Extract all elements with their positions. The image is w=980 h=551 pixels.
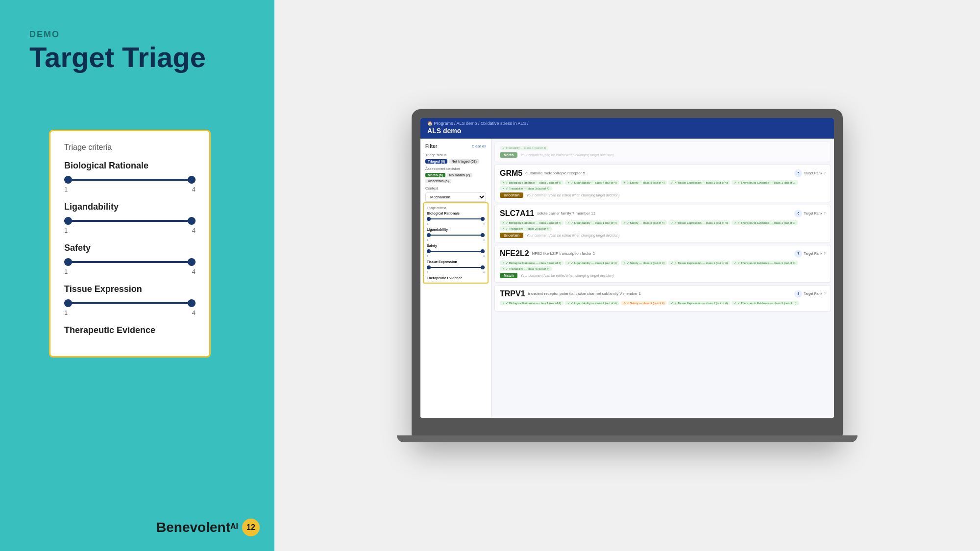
nfe2l2-badge-lig: ✓ Ligandability — class 1 (out of 4) (565, 261, 619, 265)
ligandability-max: 4 (192, 227, 196, 234)
biological-min: 1 (64, 186, 68, 193)
tc-ligandability: Ligandability 14 (427, 228, 485, 241)
brand-ai: AI (230, 522, 238, 530)
criteria-therapeutic-label: Therapeutic Evidence (64, 325, 196, 335)
trpv1-badge-saf: ⚠ Safety — class 3 (out of 4) (621, 301, 667, 305)
tc-safety-thumb-r[interactable] (481, 249, 485, 253)
right-panel: 🏠 Programs / ALS demo / Oxidative stress… (274, 0, 980, 551)
nfe2l2-rank: 7 Target Rank ? (794, 250, 826, 258)
breadcrumb: 🏠 Programs / ALS demo / Oxidative stress… (427, 121, 827, 126)
ligandability-thumb-right[interactable] (188, 217, 196, 225)
biological-slider[interactable] (64, 175, 196, 185)
biological-thumb-right[interactable] (188, 176, 196, 184)
tc-biological-thumb-l[interactable] (427, 217, 431, 221)
tc-ligandability-thumb-l[interactable] (427, 233, 431, 237)
slc7a11-comment-row: Uncertain Your comment (can be edited wh… (500, 233, 826, 238)
assessment-label: Assessment decision (425, 167, 486, 171)
trpv1-gene: TRPV1 (500, 289, 525, 298)
ligandability-slider[interactable] (64, 216, 196, 226)
safety-thumb-right[interactable] (188, 258, 196, 266)
context-dropdown[interactable]: Mechanism (425, 192, 486, 202)
slc7a11-rank-num: 6 (794, 210, 802, 217)
slc7a11-gene: SLC7A11 (500, 209, 534, 218)
uncertain-tag[interactable]: Uncertain (5) (425, 179, 451, 183)
slc7a11-uncertain-btn[interactable]: Uncertain (500, 233, 523, 238)
biological-track (64, 179, 196, 181)
tissue-max: 4 (192, 309, 196, 316)
tc-therapeutic-label: Therapeutic Evidence (427, 276, 485, 280)
nfe2l2-help-icon[interactable]: ? (824, 252, 826, 255)
tissue-thumb-right[interactable] (188, 299, 196, 307)
nfe2l2-match-btn[interactable]: Match (500, 273, 517, 278)
tc-safety-slider[interactable] (427, 248, 485, 254)
tractability-match-btn[interactable]: Match (500, 152, 517, 158)
slc7a11-badge-tra: ✓ Tractability — class 2 (out of 4) (500, 226, 552, 231)
match-tag[interactable]: Match (6) (425, 173, 445, 177)
trpv1-help-icon[interactable]: ? (824, 292, 826, 295)
tc-tissue-track (427, 267, 485, 268)
grm5-help-icon[interactable]: ? (824, 171, 826, 175)
tc-biological-track (427, 218, 485, 219)
tc-ligandability-thumb-r[interactable] (481, 233, 485, 237)
trpv1-badge-tis: ✓ Tissue Expression — class 1 (out of 4) (668, 301, 730, 305)
grm5-rank: 5 Target Rank ? (794, 169, 826, 177)
safety-slider[interactable] (64, 257, 196, 267)
tc-tissue-thumb-r[interactable] (481, 265, 485, 269)
biological-labels: 1 4 (64, 186, 196, 193)
trpv1-rank: 8 Target Rank ? (794, 290, 826, 298)
nfe2l2-badge-the: ✓ Therapeutic Evidence — class 1 (out of… (732, 261, 798, 265)
grm5-comment: Your comment (can be edited when changin… (526, 193, 619, 197)
nfe2l2-gene: NFE2L2 (500, 249, 529, 258)
grm5-badge-the: ✓ Therapeutic Evidence — class 1 (out of… (732, 180, 798, 185)
brand-name: BenevolentAI (156, 520, 238, 535)
biological-max: 4 (192, 186, 196, 193)
tc-biological-thumb-r[interactable] (481, 217, 485, 221)
tractability-comment-row: Match Your comment (can be edited when c… (500, 152, 826, 158)
tc-safety-thumb-l[interactable] (427, 249, 431, 253)
biological-thumb-left[interactable] (64, 176, 72, 184)
tissue-min: 1 (64, 309, 68, 316)
target-card-grm5: GRM5 glutamate metabotropic receptor 5 5… (494, 165, 831, 202)
tissue-thumb-left[interactable] (64, 299, 72, 307)
tc-tissue-slider[interactable] (427, 264, 485, 270)
slc7a11-help-icon[interactable]: ? (824, 212, 826, 215)
grm5-uncertain-btn[interactable]: Uncertain (500, 192, 523, 198)
trpv1-badge-the: ✓ Therapeutic Evidence — class 3 (out of… (732, 301, 799, 305)
app-body: Filter Clear all Triage status Triaged (… (420, 139, 834, 418)
tc-biological-slider[interactable] (427, 216, 485, 222)
app-title: ALS demo (427, 127, 827, 135)
trpv1-badge-bio: ✓ Biological Rationale — class 1 (out of… (500, 301, 564, 305)
tc-safety-label: Safety (427, 244, 485, 247)
nfe2l2-badge-saf: ✓ Safety — class 1 (out of 4) (621, 261, 667, 265)
tc-safety-labels: 14 (427, 255, 485, 258)
tc-ligandability-track (427, 235, 485, 236)
slc7a11-badge-bio: ✓ Biological Rationale — class 3 (out of… (500, 220, 564, 225)
tissue-slider[interactable] (64, 298, 196, 308)
clear-all-button[interactable]: Clear all (472, 144, 486, 148)
tc-ligandability-slider[interactable] (427, 232, 485, 238)
tractability-comment: Your comment (can be edited when changin… (520, 153, 613, 157)
criteria-tissue: Tissue Expression 1 4 (64, 284, 196, 316)
not-triaged-tag[interactable]: Not triaged (52) (449, 159, 479, 164)
triage-status-label: Triage status (425, 153, 486, 157)
tc-biological-labels: 14 (427, 222, 485, 225)
app-header: 🏠 Programs / ALS demo / Oxidative stress… (420, 118, 834, 139)
tc-tissue-thumb-l[interactable] (427, 265, 431, 269)
nfe2l2-comment: Your comment (can be edited when changin… (520, 274, 613, 277)
grm5-rank-num: 5 (794, 169, 802, 177)
criteria-ligandability: Ligandability 1 4 (64, 202, 196, 234)
triaged-tag[interactable]: Triaged (6) (425, 159, 447, 164)
grm5-rank-label: Target Rank (804, 171, 822, 175)
bottom-logo: BenevolentAI 12 (156, 519, 260, 536)
safety-thumb-left[interactable] (64, 258, 72, 266)
demo-label: DEMO (29, 29, 60, 40)
tc-ligandability-label: Ligandability (427, 228, 485, 231)
tractability-badge: Tractability — class 4 (out of 4) (500, 146, 548, 150)
tractability-tags: Tractability — class 4 (out of 4) (500, 146, 826, 150)
tc-tissue-label: Tissue Expression (427, 260, 485, 264)
ligandability-thumb-left[interactable] (64, 217, 72, 225)
safety-min: 1 (64, 268, 68, 275)
grm5-badge-saf: ✓ Safety — class 3 (out of 4) (621, 180, 667, 185)
nfe2l2-rank-label: Target Rank (804, 252, 822, 255)
no-match-tag[interactable]: No match (2) (447, 173, 472, 177)
